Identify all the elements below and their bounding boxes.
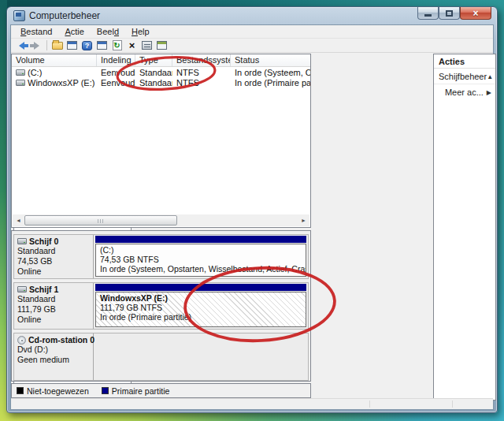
console-tree-icon <box>67 41 77 50</box>
forward-button[interactable] <box>29 39 44 52</box>
disk-row-cdrom0[interactable]: Cd-rom-station 0 Dvd (D:) Geen medium <box>13 333 309 381</box>
partition-color-bar <box>95 284 306 291</box>
export-list-button[interactable] <box>154 39 169 52</box>
properties-button[interactable] <box>139 39 154 52</box>
show-console-tree-button[interactable] <box>65 39 80 52</box>
legend-bar: Niet-toegewezen Primaire partitie <box>11 383 311 398</box>
status-bar <box>11 398 493 409</box>
partition-color-bar <box>95 236 306 243</box>
disk0-partition[interactable]: (C:) 74,53 GB NTFS In orde (Systeem, Ops… <box>94 235 308 278</box>
collapse-icon[interactable]: ▲ <box>487 73 493 80</box>
scrollbar-thumb[interactable] <box>24 215 177 225</box>
actions-pane: Acties Schijfbeheer ▲ Meer ac... ▶ <box>433 54 496 401</box>
up-folder-icon <box>52 42 63 50</box>
refresh-icon: ↻ <box>113 40 122 50</box>
cdrom-empty-area <box>94 333 308 380</box>
volume-list-header: Volume Indeling Type Bestandssysteem Sta… <box>12 54 310 67</box>
toolbar-separator <box>46 40 47 50</box>
cd-rom-icon <box>17 336 26 345</box>
disk1-info[interactable]: Schijf 1 Standaard 111,79 GB Online <box>14 283 94 329</box>
legend-item-primary-partition: Primaire partitie <box>102 386 170 396</box>
close-button[interactable]: × <box>460 7 491 20</box>
show-action-pane-button[interactable] <box>94 39 109 52</box>
disk-graph-view: Schijf 0 Standaard 74,53 GB Online (C:) … <box>11 230 311 382</box>
forward-icon <box>34 42 39 50</box>
drive-icon <box>16 80 25 86</box>
disk0-partition-body[interactable]: (C:) 74,53 GB NTFS In orde (Systeem, Ops… <box>95 244 306 277</box>
disk-row-schijf1[interactable]: Schijf 1 Standaard 111,79 GB Online Wind… <box>13 282 309 330</box>
cdrom-info[interactable]: Cd-rom-station 0 Dvd (D:) Geen medium <box>14 333 94 380</box>
volume-list-horizontal-scrollbar[interactable]: ◄ ► <box>13 214 309 226</box>
menu-bar: Bestand Actie Beeld Help <box>11 25 493 39</box>
action-pane-icon <box>97 41 107 50</box>
legend-item-unallocated: Niet-toegewezen <box>17 386 89 396</box>
disk1-partition[interactable]: WindowxsXP (E:) 111,79 GB NTFS In orde (… <box>94 283 308 329</box>
refresh-button[interactable]: ↻ <box>109 39 124 52</box>
back-button[interactable] <box>14 39 29 52</box>
minimize-button[interactable] <box>417 7 439 20</box>
menu-bestand[interactable]: Bestand <box>14 26 58 37</box>
scroll-right-icon[interactable]: ► <box>298 214 309 226</box>
back-icon <box>19 42 24 50</box>
delete-button[interactable]: × <box>124 39 139 52</box>
disk-row-schijf0[interactable]: Schijf 0 Standaard 74,53 GB Online (C:) … <box>13 234 309 279</box>
volume-row-e[interactable]: WindowxsXP (E:) Eenvoudig Standaard NTFS… <box>12 77 310 88</box>
maximize-button[interactable] <box>439 7 460 20</box>
disk-icon <box>17 238 27 244</box>
more-actions-item[interactable]: Meer ac... ▶ <box>434 84 495 99</box>
disk-icon <box>17 286 27 292</box>
column-header-type[interactable]: Type <box>135 54 172 66</box>
disk0-info[interactable]: Schijf 0 Standaard 74,53 GB Online <box>14 235 94 278</box>
primary-partition-swatch <box>102 387 109 394</box>
app-icon <box>13 10 25 21</box>
properties-icon <box>142 41 152 50</box>
column-header-status[interactable]: Status <box>231 54 310 66</box>
column-header-volume[interactable]: Volume <box>12 54 97 66</box>
menu-beeld[interactable]: Beeld <box>91 26 125 37</box>
chevron-right-icon[interactable]: ▶ <box>487 89 491 96</box>
toolbar: ? ↻ × <box>11 39 493 53</box>
actions-group-schijfbeheer[interactable]: Schijfbeheer ▲ <box>434 69 495 84</box>
volume-row-c[interactable]: (C:) Eenvoudig Standaard NTFS In orde (S… <box>12 67 310 77</box>
up-button[interactable] <box>50 39 65 52</box>
menu-help[interactable]: Help <box>125 26 156 37</box>
help-icon: ? <box>82 41 92 50</box>
unallocated-swatch <box>17 387 24 394</box>
menu-actie[interactable]: Actie <box>58 26 90 37</box>
disk1-partition-body[interactable]: WindowxsXP (E:) 111,79 GB NTFS In orde (… <box>95 292 306 327</box>
volume-list: Volume Indeling Type Bestandssysteem Sta… <box>11 54 311 228</box>
column-header-indeling[interactable]: Indeling <box>97 54 135 66</box>
window-title: Computerbeheer <box>29 10 100 21</box>
scroll-left-icon[interactable]: ◄ <box>13 214 24 226</box>
actions-title: Acties <box>434 54 495 69</box>
drive-icon <box>16 69 25 76</box>
help-button[interactable]: ? <box>80 39 94 52</box>
column-header-bestandssysteem[interactable]: Bestandssysteem <box>172 54 231 66</box>
delete-icon: × <box>129 40 135 50</box>
computer-management-window: Computerbeheer × Bestand Actie Beeld Hel… <box>6 6 498 413</box>
main-pane: Volume Indeling Type Bestandssysteem Sta… <box>11 54 311 401</box>
export-list-icon <box>157 41 167 50</box>
titlebar[interactable]: Computerbeheer × <box>7 7 497 24</box>
